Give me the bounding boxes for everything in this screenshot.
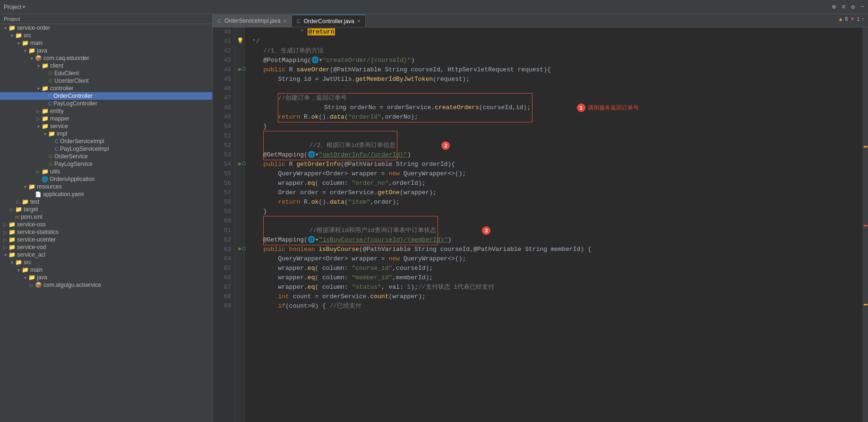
- tree-item[interactable]: ▷ 📁 utils: [0, 168, 212, 175]
- tree-item[interactable]: ▷ 📁 service-oss: [0, 221, 212, 228]
- ln-61: 61: [213, 226, 231, 235]
- tree-label-resources: resources: [37, 183, 62, 190]
- code-line-45: String id = JwtUtils.getMemberIdByJwtTok…: [249, 75, 859, 84]
- tree-item[interactable]: ▾ 📁 src: [0, 32, 212, 39]
- ln-60: 60: [213, 216, 231, 226]
- tree-item[interactable]: ▾ 📁 client: [0, 62, 212, 69]
- tree-item[interactable]: ▾ 📁 service_acl: [0, 251, 212, 258]
- close-tab-ordercontroller[interactable]: ✕: [357, 18, 361, 24]
- ln-48: 48: [213, 103, 231, 112]
- ln-47: 47: [213, 94, 231, 103]
- ln-66: 66: [213, 273, 231, 283]
- tree-item[interactable]: ▷ 📁 service-statistics: [0, 228, 212, 236]
- tree-label-com-atguigu: com.atguigu.aclservice: [43, 282, 101, 288]
- code-line-40: * @return: [249, 27, 859, 37]
- tab-ordercontroller[interactable]: C OrderController.java ✕: [292, 15, 366, 27]
- tree-label-service-acl: service_acl: [17, 251, 45, 258]
- scroll-marker-err: [864, 225, 868, 226]
- tree-icon[interactable]: ≡: [842, 3, 845, 11]
- tree-item[interactable]: 📄 application.yaml: [0, 190, 212, 198]
- project-dropdown-icon[interactable]: ▾: [23, 4, 25, 9]
- tree-item[interactable]: C PayLogServiceImpl: [0, 145, 212, 153]
- sidebar-title: Project: [4, 16, 20, 22]
- scope-icon[interactable]: ⊕: [832, 3, 836, 11]
- tree-label-service-oss: service-oss: [17, 221, 46, 228]
- code-line-48: String orderNo = orderService.createOrde…: [249, 103, 859, 112]
- balloon-1: 1: [577, 103, 585, 112]
- warning-icon-44: ⬡: [240, 65, 248, 73]
- code-line-69: if(count>0) { //已经支付: [249, 301, 859, 311]
- code-line-57: Order order = orderService.getOne(wrappe…: [249, 188, 859, 198]
- tree-item[interactable]: ▾ 📁 main: [0, 266, 212, 274]
- line-numbers: 40 41 42 43 44 45 46 47 48 49 50 51 52 5…: [213, 27, 235, 422]
- tree-item[interactable]: ▷ 📁 entity: [0, 107, 212, 115]
- tree-label-src: src: [24, 32, 31, 39]
- tab-orderserviceimpl[interactable]: C OrderServiceImpl.java ✕: [213, 15, 292, 27]
- code-line-66: wrapper.eq( column: "member_id",memberId…: [249, 273, 859, 283]
- tree-item[interactable]: ① UcenterClient: [0, 77, 212, 85]
- minimize-icon[interactable]: −: [860, 3, 864, 10]
- scroll-indicator[interactable]: [862, 27, 868, 422]
- tree-item[interactable]: ① EduClient: [0, 69, 212, 77]
- tree-item[interactable]: ▾ 📁 java: [0, 47, 212, 54]
- ln-57: 57: [213, 188, 231, 198]
- tree-label-src-acl: src: [24, 259, 31, 266]
- ln-49: 49: [213, 112, 231, 122]
- code-area[interactable]: * @return */ //1、生成订单的方法 @PostMapping(🌐▾…: [245, 27, 862, 422]
- tree-item[interactable]: ▷ 📁 target: [0, 206, 212, 213]
- tree-label-utils: utils: [50, 168, 60, 175]
- code-line-58: return R.ok().data("item",order);: [249, 198, 859, 207]
- tree-item[interactable]: ▾ 📁 resources: [0, 183, 212, 190]
- code-line-55: QueryWrapper<Order> wrapper = new QueryW…: [249, 169, 859, 179]
- tree-item[interactable]: ▾ 📁 java: [0, 274, 212, 281]
- code-line-56: wrapper.eq( column: "order_no",orderId);: [249, 179, 859, 188]
- warning-icon-54: ⬡: [240, 160, 248, 167]
- close-tab-orderserviceimpl[interactable]: ✕: [283, 18, 287, 24]
- code-line-41: */: [249, 37, 859, 46]
- ln-45: 45: [213, 75, 231, 84]
- bulb-icon-41[interactable]: 💡: [236, 37, 244, 44]
- tree-item[interactable]: C PayLogController: [0, 100, 212, 107]
- tree-label-ucenterclient: UcenterClient: [54, 78, 89, 84]
- editor-area: C OrderServiceImpl.java ✕ C OrderControl…: [213, 14, 868, 422]
- tree-item[interactable]: ▾ 📁 main: [0, 39, 212, 47]
- tree-label-target: target: [24, 206, 38, 213]
- settings-icon[interactable]: ⚙: [851, 3, 855, 11]
- ln-50: 50: [213, 122, 231, 131]
- tree-item[interactable]: ▾ 📁 controller: [0, 85, 212, 92]
- tree-label-paylogcontroller: PayLogController: [53, 100, 97, 107]
- tree-item[interactable]: C OrderServiceImpl: [0, 138, 212, 145]
- ln-68: 68: [213, 292, 231, 301]
- tree-item[interactable]: ▷ 📦 com.atguigu.aclservice: [0, 281, 212, 289]
- tree-item[interactable]: ▷ 📁 service-ucenter: [0, 236, 212, 243]
- tree-item[interactable]: 🌐 OrdersApplication: [0, 175, 212, 183]
- tree-item[interactable]: ▷ 📁 mapper: [0, 115, 212, 122]
- ln-69: 69: [213, 301, 231, 311]
- code-line-52: //2、根据订单id查询订单信息 2: [249, 141, 859, 150]
- warn-triangle-icon: ▲: [838, 16, 843, 22]
- ln-46: 46: [213, 84, 231, 94]
- tree-item[interactable]: ▷ 📁 test: [0, 198, 212, 206]
- tree-item selected[interactable]: C OrderController: [0, 92, 212, 100]
- tree-item[interactable]: ▷ 📁 service-vod: [0, 243, 212, 251]
- main-layout: Project ▾ 📁 service-order ▾ 📁 src ▾ 📁 ma…: [0, 14, 868, 422]
- tree-item[interactable]: ① PayLogService: [0, 160, 212, 168]
- top-bar-icons: ⊕ ≡ ⚙ −: [832, 3, 864, 11]
- ln-51: 51: [213, 131, 231, 141]
- tree-item[interactable]: ▾ 📁 service: [0, 122, 212, 130]
- project-title[interactable]: Project ▾: [4, 4, 25, 10]
- tree-label-paylogservice: PayLogService: [54, 161, 93, 167]
- tree-item[interactable]: ▾ 📁 impl: [0, 130, 212, 138]
- tree-item[interactable]: m pom.xml: [0, 213, 212, 221]
- err-arrow-icon: ▼: [850, 16, 855, 22]
- tree-label-pomxml: pom.xml: [21, 214, 42, 220]
- tree-item[interactable]: ▾ 📁 service-order: [0, 24, 212, 32]
- code-line-50: }: [249, 122, 859, 131]
- tree-item[interactable]: ① OrderService: [0, 153, 212, 160]
- tree-item[interactable]: ▾ 📦 com.caq.eduorder: [0, 54, 212, 62]
- sidebar-header: Project: [0, 14, 212, 24]
- tree-label-service-ucenter: service-ucenter: [17, 236, 56, 243]
- balloon-2: 2: [441, 141, 450, 150]
- tree-label-java: java: [37, 47, 47, 54]
- tree-item[interactable]: ▾ 📁 src: [0, 258, 212, 266]
